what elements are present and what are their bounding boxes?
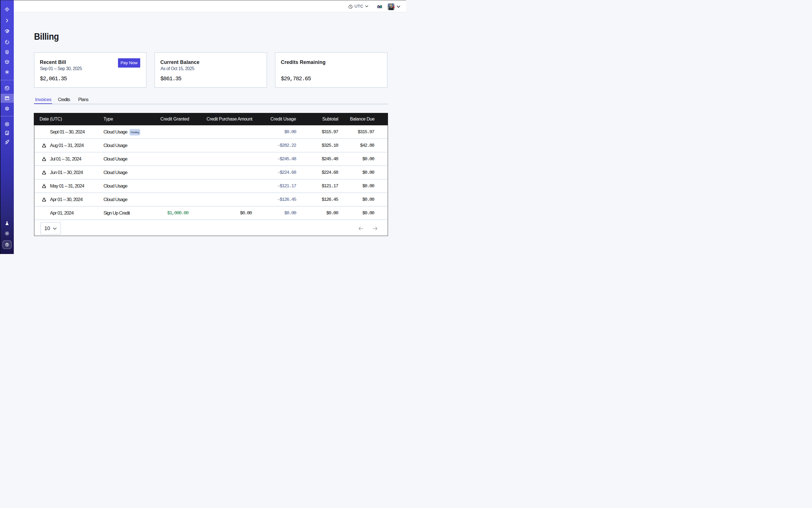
svg-text:$: $ bbox=[6, 243, 8, 246]
